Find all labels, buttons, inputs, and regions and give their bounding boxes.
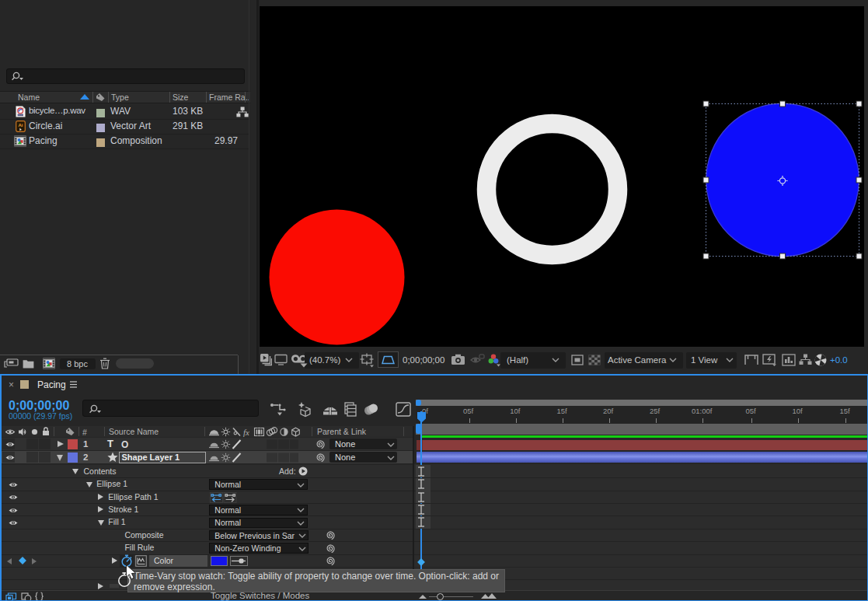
svg-text:fx: fx <box>243 427 249 436</box>
svg-text:Ai: Ai <box>18 123 23 128</box>
